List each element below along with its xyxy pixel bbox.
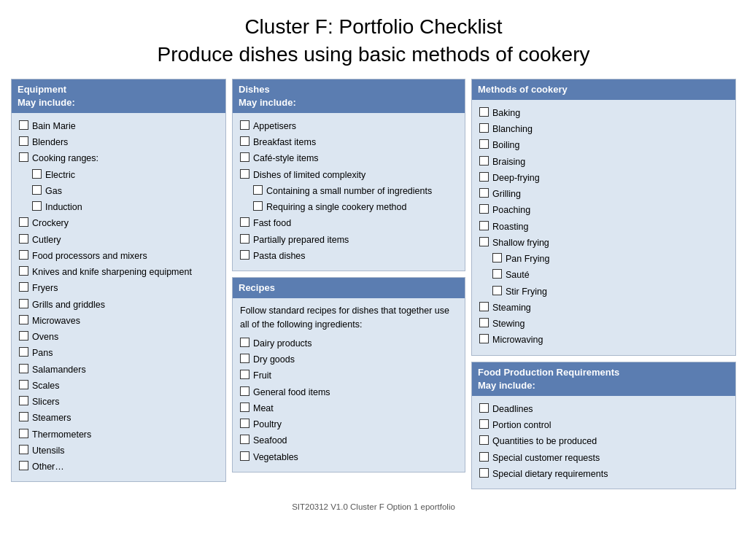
list-item: Slicers bbox=[19, 394, 220, 410]
list-item: Gas bbox=[32, 184, 220, 199]
checkbox[interactable] bbox=[240, 419, 249, 428]
list-item: Thermometers bbox=[19, 427, 220, 443]
equipment-body: Bain Marie Blenders Cooking ranges: Elec… bbox=[12, 113, 225, 482]
checkbox[interactable] bbox=[19, 217, 28, 227]
list-item: Breakfast items bbox=[240, 135, 459, 150]
list-item: Steamers bbox=[19, 411, 220, 426]
equipment-header-line2: May include: bbox=[18, 97, 75, 108]
equipment-column: Equipment May include: Bain Marie Blende… bbox=[11, 79, 226, 489]
checkbox[interactable] bbox=[240, 435, 249, 444]
checkbox[interactable] bbox=[19, 429, 28, 438]
list-item: Poaching bbox=[479, 203, 729, 218]
checkbox[interactable] bbox=[253, 185, 263, 195]
checkbox[interactable] bbox=[479, 204, 489, 214]
list-item: Microwaving bbox=[479, 332, 729, 348]
checkbox[interactable] bbox=[479, 123, 489, 133]
list-item: Café-style items bbox=[240, 151, 459, 166]
list-item: Meat bbox=[240, 401, 459, 416]
equipment-box: Equipment May include: Bain Marie Blende… bbox=[11, 79, 226, 483]
list-item: Deep-frying bbox=[479, 171, 729, 186]
checkbox[interactable] bbox=[492, 269, 502, 279]
checkbox[interactable] bbox=[479, 318, 489, 327]
checkbox[interactable] bbox=[19, 347, 28, 357]
methods-header: Methods of cookery bbox=[472, 79, 735, 100]
page-title: Cluster F: Portfolio Checklist Produce d… bbox=[11, 7, 736, 69]
list-item: Poultry bbox=[240, 417, 459, 432]
recipes-intro: Follow standard recipes for dishes that … bbox=[240, 304, 459, 332]
checkbox[interactable] bbox=[492, 253, 502, 262]
recipes-header: Recipes bbox=[233, 278, 465, 298]
checkbox[interactable] bbox=[240, 120, 249, 130]
checkbox[interactable] bbox=[479, 221, 489, 230]
checkbox[interactable] bbox=[32, 169, 42, 179]
list-item: Pan Frying bbox=[492, 252, 729, 267]
list-item: Cutlery bbox=[19, 233, 220, 248]
list-item: Special dietary requirements bbox=[479, 467, 729, 482]
list-item: Seafood bbox=[240, 433, 459, 448]
checkbox[interactable] bbox=[240, 152, 249, 162]
title-line1: Cluster F: Portfolio Checklist bbox=[244, 15, 502, 38]
checkbox[interactable] bbox=[479, 107, 489, 117]
checkbox[interactable] bbox=[479, 172, 489, 182]
list-item: Roasting bbox=[479, 219, 729, 235]
checkbox[interactable] bbox=[479, 139, 489, 149]
checkbox[interactable] bbox=[19, 234, 28, 244]
list-item: Fryers bbox=[19, 281, 220, 296]
list-item: Deadlines bbox=[479, 402, 729, 417]
checkbox[interactable] bbox=[479, 334, 489, 343]
checkbox[interactable] bbox=[19, 266, 28, 276]
checkbox[interactable] bbox=[479, 452, 489, 462]
checkbox[interactable] bbox=[32, 185, 42, 195]
checkbox[interactable] bbox=[240, 386, 249, 396]
checkbox[interactable] bbox=[479, 237, 489, 246]
checkbox[interactable] bbox=[240, 354, 249, 363]
checkbox[interactable] bbox=[32, 201, 42, 211]
checkbox[interactable] bbox=[19, 136, 28, 146]
checkbox[interactable] bbox=[19, 152, 28, 162]
list-item: Utensils bbox=[19, 443, 220, 459]
checkbox[interactable] bbox=[19, 120, 28, 130]
list-item: Partially prepared items bbox=[240, 233, 459, 248]
list-item: Dairy products bbox=[240, 336, 459, 351]
checkbox[interactable] bbox=[240, 370, 249, 379]
checkbox[interactable] bbox=[240, 451, 249, 461]
checkbox[interactable] bbox=[19, 299, 28, 308]
checkbox[interactable] bbox=[240, 338, 249, 347]
checkbox[interactable] bbox=[479, 468, 489, 478]
checkbox[interactable] bbox=[479, 403, 489, 413]
checkbox[interactable] bbox=[19, 250, 28, 260]
list-item: Braising bbox=[479, 155, 729, 170]
checkbox[interactable] bbox=[240, 402, 249, 412]
checkbox[interactable] bbox=[19, 461, 28, 470]
checkbox[interactable] bbox=[479, 419, 489, 429]
checkbox[interactable] bbox=[479, 435, 489, 445]
list-item: Requiring a single cookery method bbox=[253, 200, 459, 215]
list-item: Food processors and mixers bbox=[19, 249, 220, 264]
food-production-body: Deadlines Portion control Quantities to … bbox=[472, 396, 735, 489]
checkbox[interactable] bbox=[240, 169, 249, 179]
list-item: Microwaves bbox=[19, 314, 220, 329]
checkbox[interactable] bbox=[479, 188, 489, 198]
methods-box: Methods of cookery Baking Blanching Boil… bbox=[471, 79, 736, 356]
checkbox[interactable] bbox=[19, 282, 28, 292]
checkbox[interactable] bbox=[19, 396, 28, 405]
checkbox[interactable] bbox=[240, 136, 249, 146]
checkbox[interactable] bbox=[240, 217, 249, 227]
checkbox[interactable] bbox=[19, 364, 28, 373]
checkbox[interactable] bbox=[19, 445, 28, 454]
right-column: Methods of cookery Baking Blanching Boil… bbox=[471, 79, 736, 496]
checkbox[interactable] bbox=[479, 156, 489, 166]
list-item: Baking bbox=[479, 106, 729, 121]
dishes-box: Dishes May include: Appetisers Breakfast… bbox=[232, 79, 465, 272]
checkbox[interactable] bbox=[240, 250, 249, 260]
checkbox[interactable] bbox=[19, 380, 28, 389]
checkbox[interactable] bbox=[253, 201, 263, 211]
checkbox[interactable] bbox=[19, 315, 28, 324]
dishes-header-line1: Dishes bbox=[239, 84, 270, 95]
checkbox[interactable] bbox=[19, 412, 28, 421]
checkbox[interactable] bbox=[240, 234, 249, 244]
checkbox[interactable] bbox=[19, 331, 28, 341]
dishes-body: Appetisers Breakfast items Café-style it… bbox=[233, 113, 465, 271]
checkbox[interactable] bbox=[479, 302, 489, 311]
checkbox[interactable] bbox=[492, 286, 502, 295]
